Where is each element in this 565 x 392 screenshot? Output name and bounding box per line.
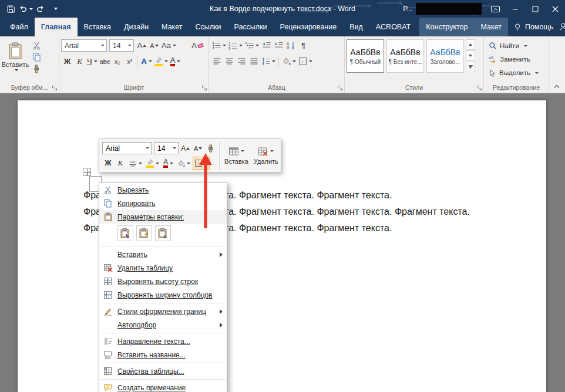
- minimize-button[interactable]: [505, 0, 525, 18]
- style-card-normal[interactable]: АаБбВв ¶ Обычный: [347, 39, 384, 73]
- align-left-button[interactable]: [211, 55, 223, 69]
- find-button[interactable]: Найти: [487, 39, 546, 52]
- style-card-heading1[interactable]: АаБбВв Заголово...: [426, 39, 464, 73]
- tab-view[interactable]: Вид: [343, 18, 369, 36]
- styles-scroll-up-button[interactable]: [466, 39, 475, 50]
- mini-highlight-button[interactable]: [144, 157, 161, 170]
- select-button[interactable]: Выделить: [487, 66, 546, 79]
- menu-item-insert-caption[interactable]: Вставить название...: [99, 348, 227, 361]
- document-page[interactable]: [18, 100, 546, 392]
- maximize-button[interactable]: [525, 0, 545, 18]
- subscript-button[interactable]: х₂: [111, 55, 123, 69]
- tab-references[interactable]: Ссылки: [189, 18, 227, 36]
- font-dialog-launcher[interactable]: [201, 85, 208, 92]
- menu-item-table-properties[interactable]: Свойства таблицы...: [99, 364, 227, 378]
- menu-item-autofit[interactable]: Автоподбор: [99, 318, 227, 332]
- replace-button[interactable]: аб Заменить: [487, 53, 546, 66]
- paste-option-keep-text-only[interactable]: А: [155, 225, 171, 241]
- highlight-button[interactable]: [153, 55, 169, 69]
- menu-item-distribute-columns[interactable]: Выровнять ширину столбцов: [99, 288, 227, 302]
- paste-option-keep-formatting[interactable]: [117, 225, 133, 241]
- collapse-ribbon-button[interactable]: [553, 80, 560, 91]
- decrease-indent-button[interactable]: [260, 39, 273, 53]
- share-person-icon[interactable]: [559, 22, 565, 32]
- undo-caret-icon[interactable]: [29, 8, 33, 10]
- tab-review[interactable]: Рецензирование: [274, 18, 344, 36]
- styles-dialog-launcher[interactable]: [476, 85, 483, 92]
- sort-button[interactable]: АЯ: [285, 39, 297, 53]
- shading-button[interactable]: [281, 55, 297, 69]
- mini-font-size-combo[interactable]: 14: [154, 142, 179, 154]
- tab-file[interactable]: Файл: [4, 18, 35, 36]
- tab-insert[interactable]: Вставка: [78, 18, 117, 36]
- styles-scroll-down-button[interactable]: [466, 50, 475, 61]
- mini-font-color-button[interactable]: А: [162, 157, 175, 170]
- tab-layout[interactable]: Макет: [155, 18, 189, 36]
- styles-gallery-more-button[interactable]: [466, 62, 475, 72]
- tab-mailings[interactable]: Рассылки: [227, 18, 273, 36]
- redo-button[interactable]: [34, 2, 47, 16]
- bold-button[interactable]: Ж: [61, 55, 73, 69]
- clipboard-dialog-launcher[interactable]: [51, 85, 58, 92]
- mini-bold-button[interactable]: Ж: [102, 157, 114, 170]
- text-effects-button[interactable]: А: [140, 55, 153, 69]
- mini-italic-button[interactable]: К: [115, 157, 126, 170]
- mini-font-family-combo[interactable]: Arial: [102, 142, 152, 154]
- cut-button[interactable]: [31, 39, 43, 51]
- tab-acrobat[interactable]: ACROBAT: [369, 18, 418, 36]
- menu-item-text-direction[interactable]: Направление текста...: [99, 334, 227, 348]
- customize-qat-button[interactable]: [48, 2, 61, 16]
- close-button[interactable]: [545, 0, 565, 18]
- tab-table-design[interactable]: Конструктор: [419, 18, 474, 36]
- mini-insert-table-button[interactable]: Вставка: [221, 139, 251, 172]
- show-formatting-marks-button[interactable]: ¶: [297, 39, 310, 53]
- menu-item-cut[interactable]: Вырезать: [99, 183, 227, 197]
- superscript-button[interactable]: х²: [123, 55, 136, 69]
- line-spacing-button[interactable]: [260, 55, 277, 69]
- menu-item-border-styles[interactable]: Стили оформления границ: [99, 305, 227, 318]
- ribbon-display-options-button[interactable]: [489, 2, 502, 16]
- paragraph-dialog-launcher[interactable]: [337, 85, 344, 92]
- mini-borders-button[interactable]: [193, 157, 210, 170]
- mini-delete-button[interactable]: Удалить: [251, 139, 281, 172]
- account-label[interactable]: Р...: [403, 5, 412, 13]
- tab-table-layout[interactable]: Макет: [475, 18, 508, 36]
- paste-button[interactable]: Вставить: [2, 38, 29, 75]
- bullets-button[interactable]: [211, 39, 227, 53]
- increase-indent-button[interactable]: [273, 39, 285, 53]
- format-painter-button[interactable]: [31, 63, 43, 75]
- numbering-button[interactable]: 123: [227, 39, 244, 53]
- strikethrough-button[interactable]: abc: [99, 55, 112, 69]
- menu-item-new-comment[interactable]: Создать примечание: [99, 381, 227, 392]
- undo-button[interactable]: [18, 2, 33, 16]
- font-color-button[interactable]: А: [169, 55, 182, 69]
- style-card-no-spacing[interactable]: АаБбВв ¶ Без инте...: [386, 39, 424, 73]
- underline-button[interactable]: Ч: [86, 55, 99, 69]
- grow-font-button[interactable]: А: [136, 39, 148, 53]
- menu-item-insert[interactable]: Вставить: [99, 248, 227, 261]
- change-case-button[interactable]: Аа: [160, 39, 177, 53]
- menu-item-delete-table[interactable]: Удалить таблицу: [99, 261, 227, 275]
- copy-button[interactable]: [31, 51, 43, 63]
- italic-button[interactable]: К: [73, 55, 86, 69]
- justify-button[interactable]: [248, 55, 260, 69]
- clear-formatting-button[interactable]: А: [190, 39, 204, 53]
- save-button[interactable]: [4, 2, 17, 16]
- font-family-combo[interactable]: Arial: [61, 39, 107, 52]
- menu-item-copy[interactable]: Копировать: [99, 197, 227, 210]
- mini-alignment-button[interactable]: [127, 157, 144, 170]
- paste-option-merge-formatting[interactable]: [136, 225, 152, 241]
- table-move-handle[interactable]: [83, 168, 91, 176]
- mini-shading-button[interactable]: [176, 157, 192, 170]
- shrink-font-button[interactable]: А: [148, 39, 160, 53]
- tab-home[interactable]: Главная: [35, 18, 78, 36]
- menu-item-distribute-rows[interactable]: Выровнять высоту строк: [99, 275, 227, 288]
- tab-design[interactable]: Дизайн: [117, 18, 155, 36]
- align-center-button[interactable]: [223, 55, 236, 69]
- mini-grow-font-button[interactable]: А: [179, 142, 191, 155]
- font-size-combo[interactable]: 14: [109, 39, 134, 52]
- tell-me-help-tab[interactable]: Помощь: [508, 18, 559, 36]
- multilevel-list-button[interactable]: [244, 39, 260, 53]
- align-right-button[interactable]: [236, 55, 248, 69]
- mini-format-painter-button[interactable]: [204, 142, 216, 155]
